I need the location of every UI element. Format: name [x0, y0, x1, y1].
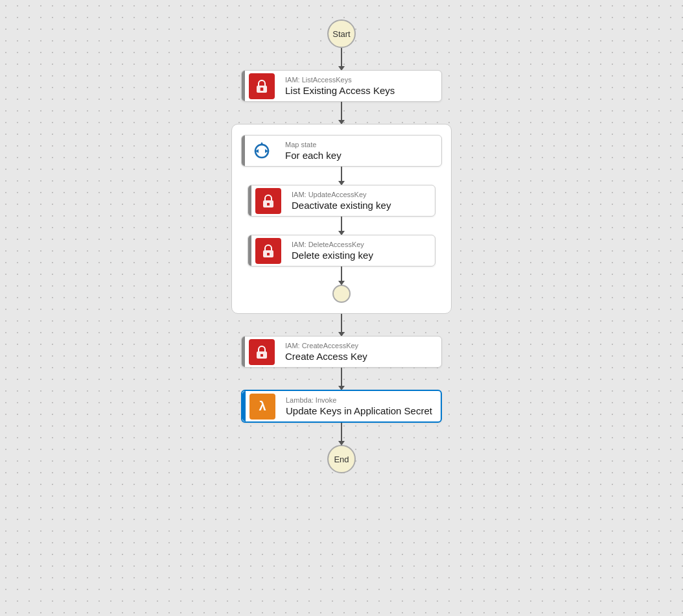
delete-lock-icon: [259, 242, 277, 260]
delete-icon-box: [251, 235, 285, 266]
lambda-letter: λ: [259, 399, 266, 414]
svg-marker-4: [260, 142, 264, 145]
start-label: Start: [332, 29, 350, 39]
end-label: End: [334, 455, 349, 464]
svg-rect-3: [260, 88, 263, 91]
deactivate-title: Deactivate existing key: [292, 200, 428, 211]
deactivate-key-node[interactable]: IAM: UpdateAccessKey Deactivate existing…: [248, 185, 435, 217]
workflow-canvas: Start IAM: ListAccessKeys List Existing …: [0, 0, 683, 616]
list-keys-text: IAM: ListAccessKeys List Existing Access…: [279, 71, 441, 101]
map-cycle-icon: [250, 139, 273, 163]
connector-2: [341, 102, 342, 120]
connector-3: [341, 314, 342, 332]
svg-rect-10: [267, 253, 270, 255]
list-keys-subtitle: IAM: ListAccessKeys: [285, 76, 435, 84]
create-icon-box: [245, 337, 279, 367]
svg-rect-8: [267, 203, 270, 206]
update-text: Lambda: Invoke Update Keys in Applicatio…: [279, 391, 441, 421]
end-node[interactable]: End: [327, 445, 356, 473]
start-node[interactable]: Start: [327, 19, 356, 48]
map-end-circle: [332, 285, 351, 303]
delete-key-node[interactable]: IAM: DeleteAccessKey Delete existing key: [248, 235, 435, 267]
update-title: Update Keys in Application Secret: [286, 405, 434, 416]
delete-subtitle: IAM: DeleteAccessKey: [292, 241, 428, 248]
map-state-container[interactable]: Map state For each key IAM: Upd: [231, 124, 452, 314]
map-icon-bg: [249, 138, 275, 164]
deactivate-subtitle: IAM: UpdateAccessKey: [292, 191, 428, 198]
create-title: Create Access Key: [285, 351, 435, 362]
list-keys-node[interactable]: IAM: ListAccessKeys List Existing Access…: [241, 70, 442, 102]
connector-5: [341, 423, 342, 441]
map-state-node[interactable]: Map state For each key: [241, 135, 442, 167]
inner-connector-3: [341, 267, 342, 281]
inner-connector-2: [341, 217, 342, 231]
iam-icon-box: [245, 71, 279, 101]
create-text: IAM: CreateAccessKey Create Access Key: [279, 337, 441, 367]
create-iam-icon: [249, 339, 275, 365]
delete-text: IAM: DeleteAccessKey Delete existing key: [285, 235, 435, 266]
delete-title: Delete existing key: [292, 250, 428, 261]
svg-rect-12: [260, 354, 263, 357]
delete-iam-icon: [255, 238, 281, 264]
deactivate-lock-icon: [259, 192, 277, 210]
connector-1: [341, 48, 342, 66]
map-state-title: For each key: [285, 150, 435, 161]
create-lock-icon: [253, 343, 271, 361]
iam-icon-bg: [249, 73, 275, 99]
update-secret-node[interactable]: λ Lambda: Invoke Update Keys in Applicat…: [241, 390, 442, 423]
list-keys-title: List Existing Access Keys: [285, 85, 435, 96]
deactivate-icon-box: [251, 185, 285, 216]
update-subtitle: Lambda: Invoke: [286, 396, 434, 404]
deactivate-iam-icon: [255, 188, 281, 214]
map-state-subtitle: Map state: [285, 141, 435, 148]
create-key-node[interactable]: IAM: CreateAccessKey Create Access Key: [241, 336, 442, 368]
create-subtitle: IAM: CreateAccessKey: [285, 342, 435, 349]
connector-4: [341, 368, 342, 386]
map-state-text: Map state For each key: [279, 136, 441, 166]
update-lambda-icon: λ: [249, 394, 275, 420]
inner-connector-1: [341, 167, 342, 181]
map-icon-box: [245, 136, 279, 166]
deactivate-text: IAM: UpdateAccessKey Deactivate existing…: [285, 185, 435, 216]
iam-lock-icon: [253, 77, 271, 95]
update-icon-box: λ: [246, 391, 279, 421]
